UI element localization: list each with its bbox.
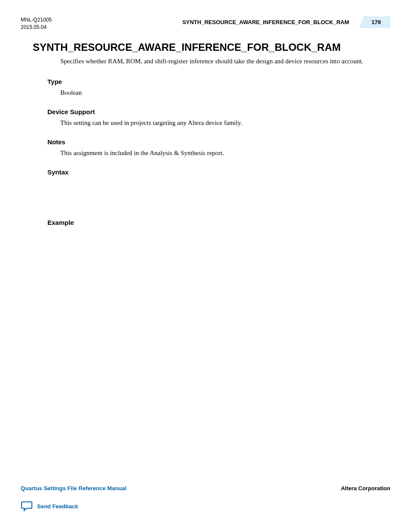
- header-right: SYNTH_RESOURCE_AWARE_INFERENCE_FOR_BLOCK…: [182, 16, 390, 28]
- footer-manual-link[interactable]: Quartus Settings File Reference Manual: [21, 485, 127, 492]
- header-title: SYNTH_RESOURCE_AWARE_INFERENCE_FOR_BLOCK…: [182, 19, 358, 25]
- page-number-badge: 179: [358, 16, 390, 28]
- doc-id: MNL-Q21005: [21, 16, 52, 24]
- header-meta: MNL-Q21005 2015.05.04: [21, 16, 52, 31]
- page-title: SYNTH_RESOURCE_AWARE_INFERENCE_FOR_BLOCK…: [33, 41, 368, 53]
- main-content: SYNTH_RESOURCE_AWARE_INFERENCE_FOR_BLOCK…: [0, 31, 411, 226]
- section-example: Example: [33, 219, 368, 226]
- section-body-device-support: This setting can be used in projects tar…: [33, 118, 368, 128]
- section-device-support: Device Support This setting can be used …: [33, 108, 368, 128]
- doc-date: 2015.05.04: [21, 24, 52, 31]
- send-feedback-link[interactable]: Send Feedback: [37, 503, 78, 510]
- page-number: 179: [371, 19, 381, 25]
- section-heading-syntax: Syntax: [33, 168, 368, 176]
- page-header: MNL-Q21005 2015.05.04 SYNTH_RESOURCE_AWA…: [0, 0, 411, 31]
- section-type: Type Boolean: [33, 78, 368, 98]
- intro-paragraph: Specifies whether RAM, ROM, and shift-re…: [33, 57, 368, 66]
- footer-top-row: Quartus Settings File Reference Manual A…: [21, 485, 390, 492]
- feedback-row: Send Feedback: [21, 501, 390, 511]
- speech-bubble-icon[interactable]: [21, 501, 33, 511]
- section-heading-device-support: Device Support: [33, 108, 368, 115]
- page-footer: Quartus Settings File Reference Manual A…: [21, 485, 390, 511]
- footer-corporation: Altera Corporation: [341, 485, 390, 492]
- section-heading-type: Type: [33, 78, 368, 85]
- section-notes: Notes This assignment is included in the…: [33, 138, 368, 158]
- section-body-type: Boolean: [33, 88, 368, 98]
- section-syntax: Syntax: [33, 168, 368, 176]
- section-heading-notes: Notes: [33, 138, 368, 146]
- section-body-notes: This assignment is included in the Analy…: [33, 149, 368, 158]
- section-heading-example: Example: [33, 219, 368, 226]
